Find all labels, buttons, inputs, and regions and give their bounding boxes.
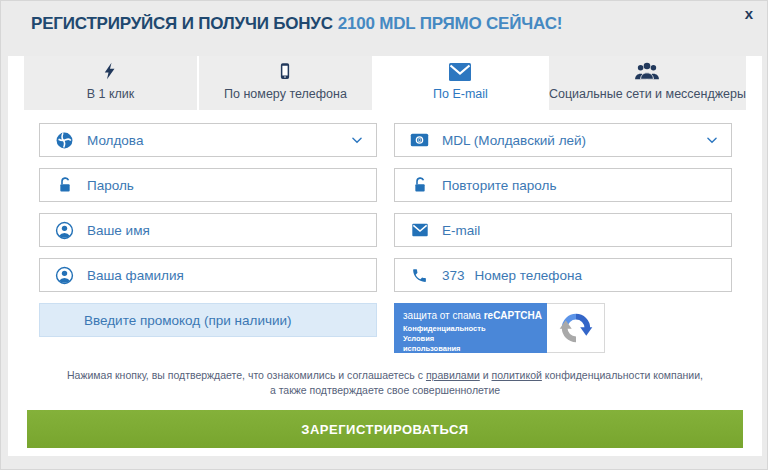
email-field-wrap bbox=[394, 213, 732, 247]
phone-handset-icon bbox=[410, 267, 429, 284]
country-select[interactable]: Молдова bbox=[39, 123, 377, 157]
currency-value: MDL (Молдавский лей) bbox=[442, 133, 586, 148]
phone-input[interactable] bbox=[475, 268, 719, 283]
chevron-down-icon bbox=[350, 133, 364, 147]
tab-one-click[interactable]: В 1 клик bbox=[24, 56, 197, 110]
smartphone-icon bbox=[276, 58, 294, 82]
recaptcha-cell: защита от спама reCAPTCHA Конфиденциальн… bbox=[394, 303, 732, 353]
tab-label: По E-mail bbox=[433, 87, 488, 101]
lock-icon bbox=[410, 176, 429, 195]
globe-icon bbox=[55, 131, 74, 150]
promo-input[interactable] bbox=[84, 313, 364, 328]
page-title: РЕГИСТРИРУЙСЯ И ПОЛУЧИ БОНУС2100 MDL ПРЯ… bbox=[31, 14, 562, 34]
title-accent: 2100 MDL ПРЯМО СЕЙЧАС! bbox=[338, 14, 562, 33]
title-main: РЕГИСТРИРУЙСЯ И ПОЛУЧИ БОНУС bbox=[31, 14, 333, 33]
phone-country-code: 373 bbox=[442, 268, 465, 283]
tab-label: Социальные сети и мессенджеры bbox=[549, 87, 746, 101]
recaptcha-title: защита от спама reCAPTCHA bbox=[403, 310, 541, 321]
password-field-wrap bbox=[39, 168, 377, 202]
chevron-down-icon bbox=[705, 133, 719, 147]
disclaimer-text: Нажимая кнопку, вы подтверждаете, что оз… bbox=[67, 369, 426, 381]
repeat-password-input[interactable] bbox=[442, 178, 719, 193]
tab-email[interactable]: По E-mail bbox=[374, 56, 547, 110]
person-icon bbox=[55, 221, 74, 240]
registration-tabs: В 1 клик По номеру телефона По E-mail Со… bbox=[24, 56, 746, 110]
last-name-input[interactable] bbox=[87, 268, 364, 283]
modal-header: РЕГИСТРИРУЙСЯ И ПОЛУЧИ БОНУС2100 MDL ПРЯ… bbox=[1, 1, 767, 56]
country-value: Молдова bbox=[87, 133, 143, 148]
repeat-password-field-wrap bbox=[394, 168, 732, 202]
email-input[interactable] bbox=[442, 223, 719, 238]
tab-label: В 1 клик bbox=[87, 87, 135, 101]
lock-icon bbox=[55, 176, 74, 195]
recaptcha-text-area: защита от спама reCAPTCHA Конфиденциальн… bbox=[394, 303, 547, 353]
first-name-input[interactable] bbox=[87, 223, 364, 238]
banknote-icon: 0 bbox=[410, 132, 429, 148]
close-icon[interactable]: x bbox=[745, 6, 753, 21]
person-icon bbox=[55, 266, 74, 285]
terms-disclaimer: Нажимая кнопку, вы подтверждаете, что оз… bbox=[63, 368, 707, 398]
lightning-icon bbox=[101, 58, 119, 82]
tab-label: По номеру телефона bbox=[224, 87, 347, 101]
tab-phone[interactable]: По номеру телефона bbox=[199, 56, 372, 110]
last-name-field-wrap bbox=[39, 258, 377, 292]
registration-modal: РЕГИСТРИРУЙСЯ И ПОЛУЧИ БОНУС2100 MDL ПРЯ… bbox=[0, 0, 768, 470]
rules-link[interactable]: правилами bbox=[426, 369, 480, 381]
registration-form: Молдова 0 MDL (Молдавский лей) bbox=[39, 123, 732, 353]
phone-field-wrap: 373 bbox=[394, 258, 732, 292]
people-icon bbox=[634, 58, 660, 82]
currency-select[interactable]: 0 MDL (Молдавский лей) bbox=[394, 123, 732, 157]
envelope-icon bbox=[410, 223, 429, 237]
recaptcha-badge[interactable]: защита от спама reCAPTCHA Конфиденциальн… bbox=[394, 303, 605, 353]
recaptcha-links: Конфиденциальность Условия использования bbox=[403, 324, 493, 354]
promo-field-wrap bbox=[39, 303, 377, 337]
password-input[interactable] bbox=[87, 178, 364, 193]
register-button[interactable]: ЗАРЕГИСТРИРОВАТЬСЯ bbox=[27, 410, 743, 448]
privacy-policy-link[interactable]: политикой bbox=[492, 369, 542, 381]
first-name-field-wrap bbox=[39, 213, 377, 247]
envelope-icon bbox=[448, 58, 472, 82]
recaptcha-logo-icon bbox=[547, 303, 605, 353]
tab-social[interactable]: Социальные сети и мессенджеры bbox=[549, 56, 746, 110]
modal-body: В 1 клик По номеру телефона По E-mail Со… bbox=[8, 56, 762, 456]
